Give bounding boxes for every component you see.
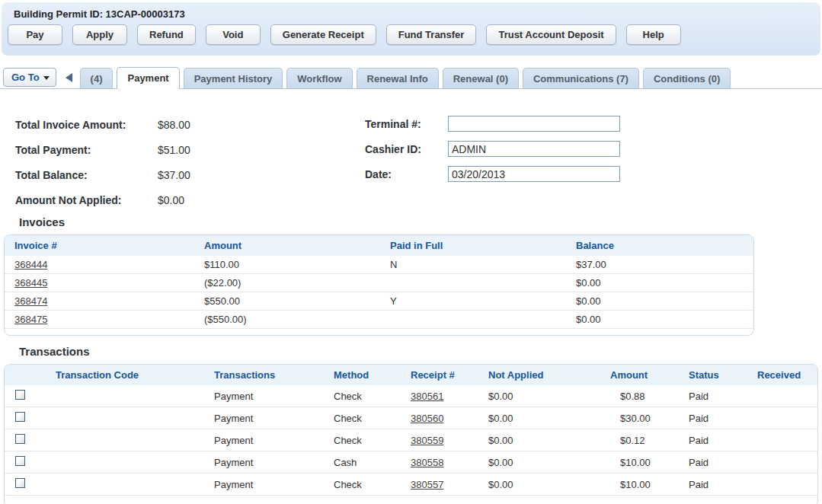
transactions-col-received: Received [753,369,817,381]
trust-account-deposit-button[interactable]: Trust Account Deposit [486,24,616,45]
terminal-input[interactable] [448,116,620,132]
date-input[interactable] [448,166,620,182]
tab-payment[interactable]: Payment [117,67,179,89]
help-button[interactable]: Help [626,24,681,45]
transactions-col-type: Transactions [210,369,330,381]
transaction-checkbox[interactable] [15,412,25,422]
transaction-not-applied: $0.00 [485,391,606,402]
transaction-not-applied: $0.00 [485,457,606,468]
invoice-row: 368474 $550.00 Y $0.00 [5,292,753,311]
invoice-balance: $0.00 [566,295,753,307]
invoice-link[interactable]: 368474 [14,295,47,307]
transactions-col-code: Transaction Code [50,369,210,381]
transaction-amount: $10.00 [606,457,685,468]
transaction-type: Payment [210,435,330,446]
cashier-id-label: Cashier ID: [365,143,448,155]
goto-button-label: Go To [11,72,40,83]
void-button[interactable]: Void [206,24,261,45]
receipt-link[interactable]: 380558 [411,457,443,468]
tab-count[interactable]: (4) [80,68,114,88]
transaction-amount: $0.12 [606,435,685,446]
transaction-not-applied: $0.00 [485,479,606,490]
transaction-status: Paid [685,391,753,402]
generate-receipt-button[interactable]: Generate Receipt [270,24,376,45]
invoices-table: Invoice # Amount Paid in Full Balance 36… [4,234,754,336]
invoices-col-balance: Balance [566,240,753,251]
invoices-section: Invoices Invoice # Amount Paid in Full B… [4,215,754,336]
transaction-type: Payment [210,457,330,468]
transaction-type: Payment [210,391,330,402]
invoice-link[interactable]: 368475 [14,314,47,325]
receipt-link[interactable]: 380559 [411,435,443,446]
total-invoice-amount-label: Total Invoice Amount: [15,119,158,131]
invoices-header-row: Invoice # Amount Paid in Full Balance [5,235,753,256]
invoice-link[interactable]: 368444 [14,259,47,270]
receipt-link[interactable]: 380557 [411,479,443,490]
total-payment-label: Total Payment: [15,144,158,156]
refund-button[interactable]: Refund [137,24,196,45]
transaction-type: Payment [210,413,330,424]
transactions-col-amount: Amount [606,369,685,381]
summary-row-total-balance: Total Balance: $37.00 [15,162,190,187]
receipt-link[interactable]: 380561 [411,391,443,402]
transaction-method: Check [330,479,407,490]
record-title: Building Permit ID: 13CAP-00003173 [2,2,820,20]
receipt-link[interactable]: 380560 [411,413,443,424]
record-header-band: Building Permit ID: 13CAP-00003173 Pay A… [2,2,820,56]
date-label: Date: [365,168,448,180]
terminal-label: Terminal #: [365,118,448,130]
transaction-checkbox[interactable] [15,390,25,400]
fund-transfer-button[interactable]: Fund Transfer [386,24,477,45]
transaction-checkbox[interactable] [15,456,25,466]
transaction-status: Paid [685,457,753,468]
tab-workflow[interactable]: Workflow [286,68,352,88]
transaction-row: Payment Check 380560 $0.00 $30.00 Paid [5,407,817,429]
pay-button[interactable]: Pay [8,24,62,45]
transaction-checkbox[interactable] [15,478,25,488]
total-balance-value: $37.00 [158,169,190,181]
transactions-col-not-applied: Not Applied [485,369,606,381]
summary-row-amount-not-applied: Amount Not Applied: $0.00 [15,187,190,212]
invoice-row: 368475 ($550.00) $0.00 [5,311,753,329]
tab-renewal[interactable]: Renewal (0) [443,68,519,88]
chevron-down-icon [43,76,50,80]
terminal-row: Terminal #: [365,111,620,136]
transaction-checkbox[interactable] [15,434,25,444]
transaction-not-applied: $0.00 [485,413,606,424]
tab-payment-history[interactable]: Payment History [184,68,283,88]
invoice-link[interactable]: 368445 [14,277,47,289]
amount-not-applied-value: $0.00 [158,194,184,206]
transaction-method: Cash [330,457,407,468]
tab-renewal-info[interactable]: Renewal Info [357,68,439,88]
goto-button[interactable]: Go To [3,68,56,87]
tab-communications[interactable]: Communications (7) [523,68,639,88]
transaction-amount: $0.88 [606,391,685,402]
transactions-col-method: Method [330,369,407,381]
amount-not-applied-label: Amount Not Applied: [15,194,158,206]
transactions-table: Transaction Code Transactions Method Rec… [4,364,818,504]
tab-conditions[interactable]: Conditions (0) [643,68,731,88]
apply-button[interactable]: Apply [72,24,127,45]
invoice-paid-in-full: Y [380,295,566,307]
invoice-balance: $0.00 [566,314,753,325]
tab-bar: Go To (4) Payment Payment History Workfl… [0,67,822,89]
tab-scroll-left-icon[interactable] [66,73,72,82]
transaction-method: Check [330,391,407,402]
transactions-title: Transactions [19,345,818,358]
cashier-id-input[interactable] [448,141,620,157]
cashier-id-row: Cashier ID: [365,136,620,161]
action-toolbar: Pay Apply Refund Void Generate Receipt F… [2,20,820,45]
date-row: Date: [365,161,620,187]
invoices-col-amount: Amount [194,240,380,251]
invoice-amount: $550.00 [194,295,380,307]
invoice-balance: $37.00 [566,259,753,270]
transaction-row: Payment Check 380557 $0.00 $10.00 Paid [5,474,817,496]
invoices-col-invoice: Invoice # [5,240,194,251]
transaction-status: Paid [685,479,753,490]
transactions-header-row: Transaction Code Transactions Method Rec… [5,365,817,385]
transactions-col-status: Status [685,369,753,381]
transaction-row: Payment Cash 380558 $0.00 $10.00 Paid [5,451,817,474]
summary-row-total-invoice: Total Invoice Amount: $88.00 [15,112,190,137]
transaction-status: Paid [685,435,753,446]
cashier-form: Terminal #: Cashier ID: Date: [365,111,620,187]
